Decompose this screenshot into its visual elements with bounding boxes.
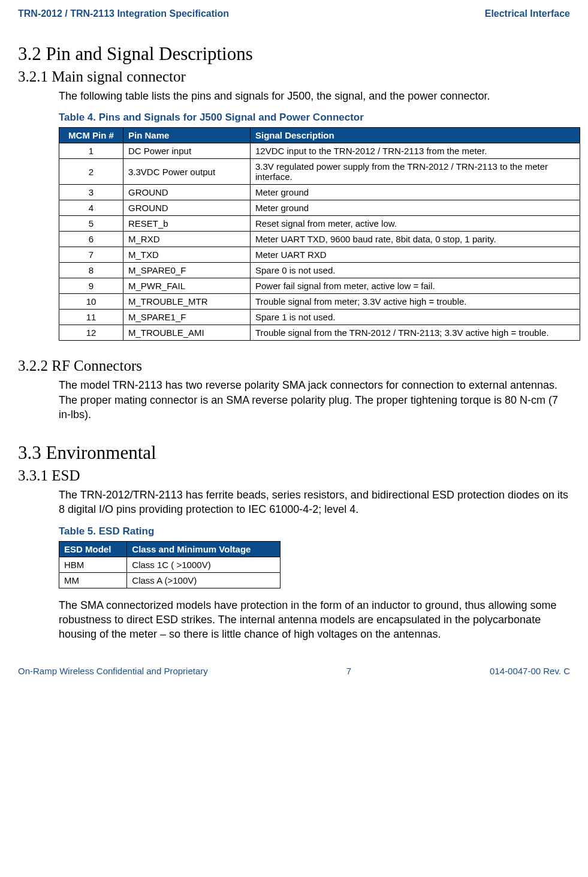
cell-pin: 9 bbox=[59, 278, 123, 294]
cell-name: M_TXD bbox=[123, 247, 251, 263]
footer-page-number: 7 bbox=[346, 666, 351, 676]
table-row: 9M_PWR_FAILPower fail signal from meter,… bbox=[59, 278, 580, 294]
table-row: 1DC Power input12VDC input to the TRN-20… bbox=[59, 143, 580, 159]
table-row: 23.3VDC Power output3.3V regulated power… bbox=[59, 159, 580, 185]
heading-title: ESD bbox=[52, 467, 80, 483]
cell-class: Class 1C ( >1000V) bbox=[127, 557, 281, 572]
cell-pin: 5 bbox=[59, 216, 123, 232]
section-3-3-1-heading: 3.3.1 ESD bbox=[18, 467, 570, 484]
table-5: ESD Model Class and Minimum Voltage HBMC… bbox=[59, 541, 281, 588]
section-3-3-heading: 3.3 Environmental bbox=[18, 442, 570, 464]
cell-pin: 4 bbox=[59, 200, 123, 216]
cell-desc: 12VDC input to the TRN-2012 / TRN-2113 f… bbox=[251, 143, 580, 159]
paragraph: The following table lists the pins and s… bbox=[59, 89, 570, 103]
cell-class: Class A (>100V) bbox=[127, 572, 281, 588]
heading-number: 3.2.1 bbox=[18, 68, 48, 85]
header-right: Electrical Interface bbox=[485, 8, 570, 19]
page: TRN-2012 / TRN-2113 Integration Specific… bbox=[0, 0, 588, 688]
cell-name: M_TROUBLE_AMI bbox=[123, 325, 251, 341]
cell-name: M_RXD bbox=[123, 232, 251, 247]
heading-number: 3.3 bbox=[18, 442, 41, 463]
heading-title: Main signal connector bbox=[52, 68, 186, 85]
cell-name: DC Power input bbox=[123, 143, 251, 159]
cell-name: M_TROUBLE_MTR bbox=[123, 294, 251, 310]
heading-number: 3.2.2 bbox=[18, 358, 48, 374]
cell-desc: Meter UART RXD bbox=[251, 247, 580, 263]
cell-name: M_SPARE0_F bbox=[123, 263, 251, 278]
paragraph: The SMA connectorized models have protec… bbox=[59, 598, 570, 642]
col-header-pin: MCM Pin # bbox=[59, 128, 123, 143]
table-header-row: MCM Pin # Pin Name Signal Description bbox=[59, 128, 580, 143]
cell-pin: 6 bbox=[59, 232, 123, 247]
cell-name: GROUND bbox=[123, 185, 251, 200]
page-header: TRN-2012 / TRN-2113 Integration Specific… bbox=[18, 8, 570, 23]
cell-name: M_SPARE1_F bbox=[123, 310, 251, 325]
table-row: HBMClass 1C ( >1000V) bbox=[59, 557, 281, 572]
table-row: 7M_TXDMeter UART RXD bbox=[59, 247, 580, 263]
cell-pin: 7 bbox=[59, 247, 123, 263]
cell-desc: Meter UART TXD, 9600 baud rate, 8bit dat… bbox=[251, 232, 580, 247]
cell-model: MM bbox=[59, 572, 127, 588]
table-4: MCM Pin # Pin Name Signal Description 1D… bbox=[59, 127, 580, 341]
footer-left: On-Ramp Wireless Confidential and Propri… bbox=[18, 666, 208, 676]
cell-desc: Reset signal from meter, active low. bbox=[251, 216, 580, 232]
heading-title: Environmental bbox=[46, 442, 156, 463]
table-row: 4GROUNDMeter ground bbox=[59, 200, 580, 216]
header-left: TRN-2012 / TRN-2113 Integration Specific… bbox=[18, 8, 229, 19]
cell-pin: 8 bbox=[59, 263, 123, 278]
cell-desc: Spare 0 is not used. bbox=[251, 263, 580, 278]
table-4-caption: Table 4. Pins and Signals for J500 Signa… bbox=[59, 112, 570, 124]
cell-name: GROUND bbox=[123, 200, 251, 216]
cell-desc: Trouble signal from meter; 3.3V active h… bbox=[251, 294, 580, 310]
cell-desc: Meter ground bbox=[251, 200, 580, 216]
footer-right: 014-0047-00 Rev. C bbox=[490, 666, 570, 676]
section-3-2-heading: 3.2 Pin and Signal Descriptions bbox=[18, 43, 570, 65]
table-row: 8M_SPARE0_FSpare 0 is not used. bbox=[59, 263, 580, 278]
cell-pin: 10 bbox=[59, 294, 123, 310]
table-row: 3GROUNDMeter ground bbox=[59, 185, 580, 200]
cell-pin: 1 bbox=[59, 143, 123, 159]
section-3-2-2-heading: 3.2.2 RF Connectors bbox=[18, 358, 570, 374]
table-row: MMClass A (>100V) bbox=[59, 572, 281, 588]
cell-desc: 3.3V regulated power supply from the TRN… bbox=[251, 159, 580, 185]
cell-desc: Meter ground bbox=[251, 185, 580, 200]
page-footer: On-Ramp Wireless Confidential and Propri… bbox=[18, 666, 570, 676]
table-row: 5RESET_bReset signal from meter, active … bbox=[59, 216, 580, 232]
cell-desc: Power fail signal from meter, active low… bbox=[251, 278, 580, 294]
heading-title: Pin and Signal Descriptions bbox=[46, 43, 253, 64]
cell-pin: 2 bbox=[59, 159, 123, 185]
table-row: 12M_TROUBLE_AMITrouble signal from the T… bbox=[59, 325, 580, 341]
section-3-2-1-heading: 3.2.1 Main signal connector bbox=[18, 68, 570, 85]
paragraph: The model TRN-2113 has two reverse polar… bbox=[59, 378, 570, 422]
cell-model: HBM bbox=[59, 557, 127, 572]
heading-title: RF Connectors bbox=[52, 358, 142, 374]
col-header-name: Pin Name bbox=[123, 128, 251, 143]
col-header-desc: Signal Description bbox=[251, 128, 580, 143]
cell-name: M_PWR_FAIL bbox=[123, 278, 251, 294]
cell-pin: 3 bbox=[59, 185, 123, 200]
heading-number: 3.3.1 bbox=[18, 467, 48, 483]
paragraph: The TRN-2012/TRN-2113 has ferrite beads,… bbox=[59, 488, 570, 517]
table-row: 10M_TROUBLE_MTRTrouble signal from meter… bbox=[59, 294, 580, 310]
cell-pin: 12 bbox=[59, 325, 123, 341]
table-row: 6M_RXDMeter UART TXD, 9600 baud rate, 8b… bbox=[59, 232, 580, 247]
table-row: 11M_SPARE1_FSpare 1 is not used. bbox=[59, 310, 580, 325]
cell-pin: 11 bbox=[59, 310, 123, 325]
heading-number: 3.2 bbox=[18, 43, 41, 64]
cell-desc: Trouble signal from the TRN-2012 / TRN-2… bbox=[251, 325, 580, 341]
col-header-class: Class and Minimum Voltage bbox=[127, 541, 281, 557]
cell-desc: Spare 1 is not used. bbox=[251, 310, 580, 325]
table-header-row: ESD Model Class and Minimum Voltage bbox=[59, 541, 281, 557]
cell-name: 3.3VDC Power output bbox=[123, 159, 251, 185]
col-header-model: ESD Model bbox=[59, 541, 127, 557]
table-5-caption: Table 5. ESD Rating bbox=[59, 525, 570, 537]
cell-name: RESET_b bbox=[123, 216, 251, 232]
